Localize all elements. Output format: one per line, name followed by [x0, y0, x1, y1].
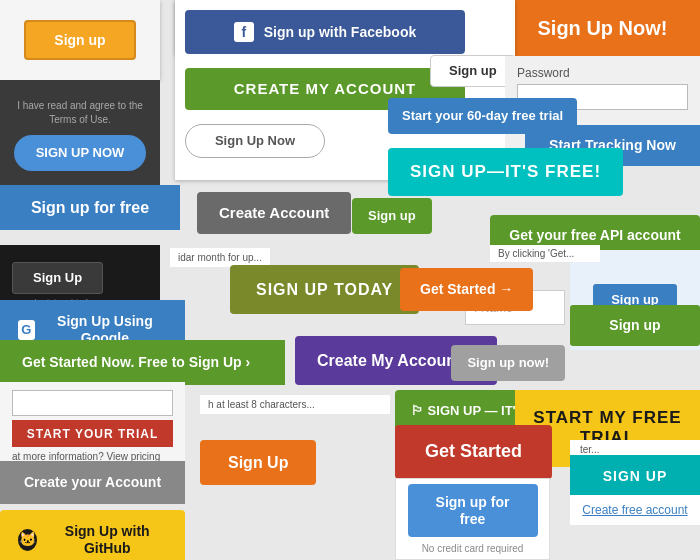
signup-now-orange-card: Sign Up Now!	[505, 0, 700, 56]
signup-small-green-button[interactable]: Sign up	[352, 198, 432, 234]
password-left-card: START YOUR TRIAL	[0, 382, 185, 447]
signup-forfree-blue-button[interactable]: Sign up for free	[0, 185, 180, 230]
facebook-icon: f	[234, 22, 254, 42]
signup-green-right-button[interactable]: Sign up	[570, 305, 700, 346]
google-icon: G	[18, 320, 35, 340]
sixty-day-button[interactable]: Start your 60-day free trial	[388, 98, 577, 134]
facebook-signup-button[interactable]: f Sign up with Facebook	[185, 10, 465, 54]
github-icon: 🐱	[18, 529, 37, 551]
top-left-card: Sign up	[0, 0, 160, 80]
signup-now-orange-button[interactable]: Sign Up Now!	[538, 17, 668, 40]
no-credit-card-text: No credit card required	[422, 543, 524, 554]
terms-card: I have read and agree to the Terms of Us…	[0, 80, 160, 190]
signup-now-blue-round-button[interactable]: SIGN UP NOW	[14, 135, 147, 171]
signup-forfree-white-button[interactable]: Sign up for free	[408, 484, 538, 538]
get-started-red-button[interactable]: Get Started	[395, 425, 552, 479]
terms-text: I have read and agree to the Terms of Us…	[10, 99, 150, 127]
signup-forfree-bottom-card: Sign up for free No credit card required	[395, 478, 550, 560]
start-your-trial-button[interactable]: START YOUR TRIAL	[12, 420, 173, 448]
signup-bottom-orange-button[interactable]: Sign Up	[200, 440, 316, 485]
get-started-orange-button[interactable]: Get Started →	[400, 268, 533, 311]
signup-github-button[interactable]: 🐱 Sign Up with GitHub	[0, 510, 185, 560]
signup-yellow-button[interactable]: Sign up	[24, 20, 135, 61]
create-free-account-button[interactable]: Create free account	[570, 495, 700, 525]
create-account-grey-button[interactable]: Create Account	[197, 192, 351, 234]
at-least-text-area: h at least 8 characters...	[200, 395, 390, 414]
get-started-now-button[interactable]: Get Started Now. Free to Sign Up ›	[0, 340, 285, 385]
signup-small-button[interactable]: Sign up	[430, 55, 516, 87]
signup-white-on-black-button[interactable]: Sign Up	[12, 262, 103, 294]
signup-teal-bottom-button[interactable]: SIGN UP	[570, 455, 700, 498]
signup-now-outline-button[interactable]: Sign Up Now	[185, 124, 325, 158]
signup-today-button[interactable]: SIGN UP TODAY	[230, 265, 419, 314]
password-left-input[interactable]	[12, 390, 173, 416]
signup-now-grey-button[interactable]: Sign up now!	[451, 345, 565, 381]
create-your-account-button[interactable]: Create your Account	[0, 461, 185, 504]
clicking-get-text-area: By clicking 'Get...	[490, 245, 600, 262]
password-label: Password	[517, 66, 688, 80]
signup-free-teal-button[interactable]: SIGN UP—IT'S FREE!	[388, 148, 623, 196]
